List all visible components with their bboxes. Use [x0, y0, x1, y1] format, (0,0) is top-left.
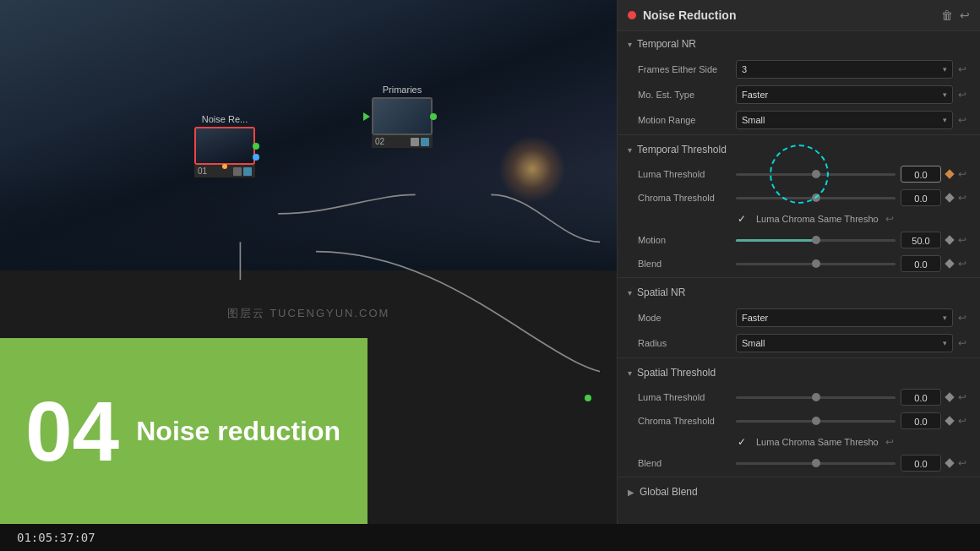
luma-threshold-diamond[interactable]	[945, 169, 954, 178]
temporal-threshold-chevron: ▾	[628, 145, 632, 155]
mo-est-dropdown[interactable]: Faster ▾	[736, 85, 953, 104]
motion-range-dropdown[interactable]: Small ▾	[736, 111, 953, 129]
mo-est-value: Faster	[742, 90, 939, 100]
mo-est-reset[interactable]: ↩	[958, 89, 970, 101]
spatial-luma-chroma-same-label[interactable]: Luma Chroma Same Thresho	[756, 437, 879, 447]
divider-4	[618, 477, 980, 477]
luma-threshold-value[interactable]: 0.0	[901, 166, 941, 183]
left-panel: Noise Re... 01	[0, 0, 617, 524]
motion-value[interactable]: 50.0	[901, 232, 941, 248]
spatial-chroma-label: Chroma Threshold	[638, 416, 731, 426]
spatial-mode-arrow: ▾	[943, 314, 947, 322]
spatial-luma-diamond[interactable]	[945, 392, 954, 401]
panel-title: Noise Reduction	[643, 8, 934, 22]
primaries-thumb	[372, 97, 433, 135]
temporal-blend-label: Blend	[638, 259, 731, 269]
radius-reset[interactable]: ↩	[958, 337, 970, 349]
chroma-threshold-row: Chroma Threshold 0.0 ↩	[618, 186, 980, 210]
luma-threshold-slider[interactable]	[736, 173, 896, 176]
global-blend-header[interactable]: ▶ Global Blend	[618, 479, 980, 505]
primaries-icon-1	[411, 138, 419, 146]
mo-est-label: Mo. Est. Type	[638, 90, 731, 100]
frames-dropdown[interactable]: 3 ▾	[736, 60, 953, 79]
radius-dropdown[interactable]: Small ▾	[736, 334, 953, 352]
spatial-mode-dropdown[interactable]: Faster ▾	[736, 308, 953, 327]
spatial-luma-chroma-same-reset[interactable]: ↩	[885, 436, 897, 448]
temporal-blend-slider[interactable]	[736, 263, 896, 265]
primaries-node[interactable]: Primaries 02	[372, 85, 433, 148]
spatial-nr-label: Spatial NR	[637, 286, 685, 298]
motion-slider[interactable]	[736, 239, 896, 242]
reset-all-icon[interactable]: ↩	[960, 8, 970, 22]
chroma-threshold-diamond[interactable]	[945, 193, 954, 202]
divider-1	[618, 134, 980, 135]
chroma-threshold-reset[interactable]: ↩	[958, 192, 970, 204]
frames-reset[interactable]: ↩	[958, 63, 970, 75]
luma-threshold-row: Luma Threshold 0.0 ↩	[618, 162, 980, 186]
temporal-blend-value[interactable]: 0.0	[901, 255, 941, 272]
motion-range-reset[interactable]: ↩	[958, 114, 970, 126]
spatial-blend-value[interactable]: 0.0	[901, 455, 941, 472]
temporal-blend-diamond[interactable]	[945, 259, 954, 268]
spatial-luma-chroma-same-row: ✓ Luma Chroma Same Thresho ↩	[618, 433, 980, 451]
luma-chroma-same-row: ✓ Luma Chroma Same Thresho ↩	[618, 210, 980, 228]
node-connector-right	[253, 143, 259, 150]
motion-range-value: Small	[742, 115, 939, 125]
lesson-text: Noise reduction	[136, 416, 340, 447]
temporal-nr-label: Temporal NR	[637, 38, 696, 50]
temporal-blend-reset[interactable]: ↩	[958, 258, 970, 270]
spatial-blend-diamond[interactable]	[945, 458, 954, 467]
luma-threshold-reset[interactable]: ↩	[958, 168, 970, 180]
temporal-nr-chevron: ▾	[628, 40, 632, 49]
spatial-luma-reset[interactable]: ↩	[958, 391, 970, 403]
spatial-nr-chevron: ▾	[628, 288, 632, 297]
spatial-mode-row: Mode Faster ▾ ↩	[618, 305, 980, 330]
spatial-chroma-diamond[interactable]	[945, 416, 954, 425]
mo-est-type-row: Mo. Est. Type Faster ▾ ↩	[618, 82, 980, 107]
noise-re-label: Noise Re...	[202, 114, 248, 124]
spatial-chroma-value[interactable]: 0.0	[901, 412, 941, 429]
timecode-bar: 01:05:37:07	[0, 524, 980, 551]
noise-re-node[interactable]: Noise Re... 01	[194, 114, 255, 177]
frames-either-side-row: Frames Either Side 3 ▾ ↩	[618, 57, 980, 82]
spatial-luma-thumb	[812, 393, 820, 401]
node-connector-bottom	[222, 164, 227, 169]
spatial-blend-slider[interactable]	[736, 462, 896, 465]
spatial-blend-reset[interactable]: ↩	[958, 457, 970, 469]
temporal-nr-header[interactable]: ▾ Temporal NR	[618, 31, 980, 57]
primaries-num: 02	[375, 137, 384, 146]
luma-slider-thumb	[812, 170, 820, 178]
spatial-chroma-slider[interactable]	[736, 420, 896, 423]
temporal-threshold-header[interactable]: ▾ Temporal Threshold	[618, 137, 980, 162]
spatial-luma-label: Luma Threshold	[638, 392, 731, 402]
divider-2	[618, 277, 980, 278]
spatial-luma-chroma-check[interactable]: ✓	[738, 436, 749, 448]
chroma-slider-thumb	[812, 194, 820, 202]
timecode: 01:05:37:07	[17, 531, 95, 544]
noise-re-num: 01	[198, 166, 207, 176]
chroma-threshold-value[interactable]: 0.0	[901, 189, 941, 206]
radius-label: Radius	[638, 338, 731, 348]
luma-chroma-same-reset[interactable]: ↩	[885, 213, 897, 225]
spatial-mode-reset[interactable]: ↩	[958, 312, 970, 324]
motion-range-arrow: ▾	[943, 116, 947, 124]
motion-range-row: Motion Range Small ▾ ↩	[618, 107, 980, 133]
spatial-threshold-header[interactable]: ▾ Spatial Threshold	[618, 360, 980, 385]
motion-reset[interactable]: ↩	[958, 234, 970, 246]
trash-icon[interactable]: 🗑	[941, 8, 953, 22]
motion-diamond[interactable]	[945, 235, 954, 244]
red-dot[interactable]	[628, 11, 636, 19]
spatial-luma-slider[interactable]	[736, 396, 896, 399]
lesson-overlay: 04 Noise reduction	[0, 338, 368, 524]
node-icon-1	[233, 167, 242, 176]
spatial-mode-label: Mode	[638, 313, 731, 323]
watermark: 图层云 TUCENGYUN.COM	[227, 306, 390, 321]
spatial-luma-value[interactable]: 0.0	[901, 389, 941, 406]
luma-chroma-same-label[interactable]: Luma Chroma Same Thresho	[756, 214, 879, 224]
luma-chroma-check[interactable]: ✓	[738, 213, 749, 225]
right-panel: Noise Reduction 🗑 ↩ ▾ Temporal NR Frames…	[617, 0, 980, 524]
spatial-chroma-reset[interactable]: ↩	[958, 415, 970, 427]
spatial-nr-header[interactable]: ▾ Spatial NR	[618, 280, 980, 305]
motion-slider-thumb	[812, 236, 820, 244]
chroma-threshold-slider[interactable]	[736, 197, 896, 199]
